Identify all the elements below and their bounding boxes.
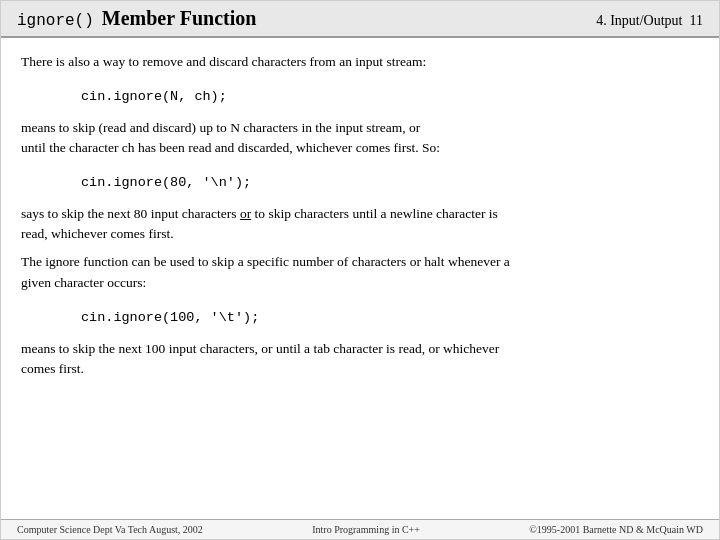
para4-line1: The ignore function can be used to skip … xyxy=(21,254,510,269)
slide-container: ignore() Member Function 4. Input/Output… xyxy=(0,0,720,540)
footer-left: Computer Science Dept Va Tech August, 20… xyxy=(17,524,203,535)
para2-line2: until the character ch has been read and… xyxy=(21,140,440,155)
paragraph-3: says to skip the next 80 input character… xyxy=(21,204,699,245)
code-block-1: cin.ignore(N, ch); xyxy=(81,86,699,108)
footer-center: Intro Programming in C++ xyxy=(312,524,420,535)
paragraph-5: means to skip the next 100 input charact… xyxy=(21,339,699,380)
header-code: ignore() xyxy=(17,12,94,30)
para4-line2: given character occurs: xyxy=(21,275,146,290)
footer-right: ©1995-2001 Barnette ND & McQuain WD xyxy=(529,524,703,535)
para5-line1: means to skip the next 100 input charact… xyxy=(21,341,499,356)
paragraph-1: There is also a way to remove and discar… xyxy=(21,52,699,72)
header-left: ignore() Member Function xyxy=(17,7,256,30)
paragraph-2: means to skip (read and discard) up to N… xyxy=(21,118,699,159)
section-label: 4. Input/Output xyxy=(596,13,682,28)
paragraph-4: The ignore function can be used to skip … xyxy=(21,252,699,293)
para2-line1: means to skip (read and discard) up to N… xyxy=(21,120,420,135)
para3-part2: to skip characters until a newline chara… xyxy=(251,206,498,221)
header-section: 4. Input/Output 11 xyxy=(596,13,703,29)
para3-or: or xyxy=(240,206,251,221)
header-title: Member Function xyxy=(102,7,257,30)
code-block-2: cin.ignore(80, '\n'); xyxy=(81,172,699,194)
code-block-3: cin.ignore(100, '\t'); xyxy=(81,307,699,329)
para3-part1: says to skip the next 80 input character… xyxy=(21,206,240,221)
slide-footer: Computer Science Dept Va Tech August, 20… xyxy=(1,519,719,539)
slide-content: There is also a way to remove and discar… xyxy=(1,38,719,519)
page-number: 11 xyxy=(690,13,703,28)
slide-header: ignore() Member Function 4. Input/Output… xyxy=(1,1,719,38)
para5-line2: comes first. xyxy=(21,361,84,376)
para3-line2: read, whichever comes first. xyxy=(21,226,174,241)
